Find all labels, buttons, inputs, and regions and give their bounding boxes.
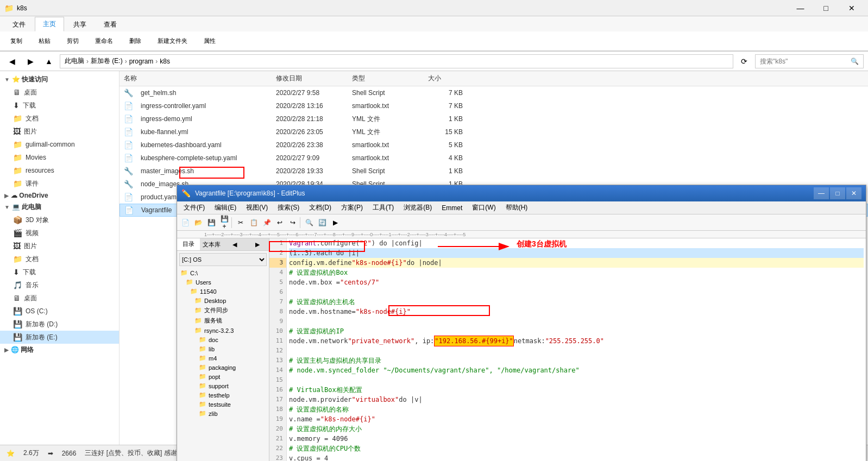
ep-tool-paste[interactable]: 📌 [261,217,273,229]
search-box[interactable]: 🔍 [755,54,864,68]
ep-tab-dir[interactable]: 目录 [177,238,200,250]
sidebar-item-documents[interactable]: 📁 文档 [0,112,119,125]
ep-tool-replace[interactable]: 🔄 [316,217,328,229]
code-line[interactable]: # 设置虚拟机的内存大小 [289,424,864,434]
sidebar-item-pic2[interactable]: 🖼 图片 [0,239,119,252]
ep-tool-copy[interactable]: 📋 [248,217,260,229]
sidebar-item-dl2[interactable]: ⬇ 下载 [0,266,119,279]
code-line[interactable]: # 设置虚拟机的CPU个数 [289,444,864,453]
ep-menu-edit[interactable]: 编辑(E) [210,202,241,213]
ep-maximize-btn[interactable]: □ [830,187,845,199]
tab-file[interactable]: 文件 [4,17,34,31]
ep-menu-plan[interactable]: 方案(P) [337,202,367,213]
col-header-size[interactable]: 大小 [424,72,467,85]
tab-share[interactable]: 共享 [65,17,95,31]
table-row[interactable]: 📄 kubernetes-dashboard.yaml 2020/2/26 23… [119,138,868,151]
ribbon-properties-btn[interactable]: 属性 [199,35,221,47]
ep-tree-m4[interactable]: 📁 m4 [177,353,269,363]
code-line[interactable]: v.cpus = 4 [289,453,864,461]
ep-tree-11540[interactable]: 📁 11540 [177,287,269,296]
ep-tree-rsync[interactable]: 📁 rsync-3.2.3 [177,326,269,335]
code-line[interactable]: # 设置主机与虚拟机的共享目录 [289,356,864,365]
code-line[interactable]: node.vm.hostname="k8s-node#{i}" [289,307,864,317]
ep-tab-toggle-left[interactable]: ◀ [223,238,246,250]
ribbon-new-folder-btn[interactable]: 新建文件夹 [153,35,192,47]
code-line[interactable]: node.vm.provider "virtualbox" do |v| [289,395,864,405]
code-line[interactable]: # 设置虚拟机的主机名 [289,297,864,307]
path-program[interactable]: program [129,58,154,65]
tab-view[interactable]: 查看 [96,17,125,31]
ep-tool-undo[interactable]: ↩ [274,217,286,229]
code-line[interactable]: # 设置虚拟机的IP [289,326,864,336]
ep-menu-tools[interactable]: 工具(T) [368,202,398,213]
refresh-button[interactable]: ⟳ [737,54,752,69]
ep-tool-find[interactable]: 🔍 [303,217,315,229]
sidebar-item-e[interactable]: 💾 新加卷 (E:) [0,331,119,344]
ribbon-cut-btn[interactable]: 剪切 [62,35,84,47]
ep-tree-desktop[interactable]: 📁 Desktop [177,296,269,305]
ep-menu-help[interactable]: 帮助(H) [501,202,532,213]
tab-home[interactable]: 主页 [35,17,64,31]
code-line[interactable]: (1..3).each do |i| [289,248,864,258]
minimize-button[interactable]: — [788,0,813,16]
sidebar-item-video[interactable]: 🎬 视频 [0,226,119,239]
ribbon-rename-btn[interactable]: 重命名 [90,35,118,47]
ep-tree-root[interactable]: 📁 C:\ [177,268,269,277]
ep-menu-browser[interactable]: 浏览器(B) [399,202,436,213]
path-drive[interactable]: 新加卷 (E:) [91,56,123,66]
path-computer[interactable]: 此电脑 [65,56,84,66]
ep-tree-popt[interactable]: 📁 popt [177,372,269,381]
col-header-type[interactable]: 类型 [348,72,424,85]
table-row[interactable]: 🔧 get_helm.sh 2020/2/27 9:58 Shell Scrip… [119,86,868,99]
code-line[interactable] [289,346,864,356]
table-row[interactable]: 📄 ingress-controller.yaml 2020/2/28 13:1… [119,99,868,112]
ep-tool-saveall[interactable]: 💾+ [218,217,230,229]
table-row[interactable]: 📄 kube-flannel.yml 2020/2/26 23:05 YML 文… [119,125,868,138]
ep-tree-support[interactable]: 📁 support [177,381,269,390]
ribbon-paste-btn[interactable]: 粘贴 [34,35,55,47]
back-button[interactable]: ◀ [4,54,20,69]
sidebar-item-desktop[interactable]: 🖥 桌面 [0,86,119,99]
code-line[interactable]: Vagrant.configure("2") do |config| [289,238,864,248]
forward-button[interactable]: ▶ [23,54,38,69]
ep-menu-view[interactable]: 视图(V) [242,202,272,213]
sidebar-item-movies[interactable]: 📁 Movies [0,151,119,164]
code-line[interactable] [289,317,864,326]
ep-tree-zlib[interactable]: 📁 zlib [177,409,269,418]
code-line[interactable] [289,287,864,297]
col-header-date[interactable]: 修改日期 [272,72,348,85]
search-input[interactable] [760,58,848,65]
ribbon-delete-btn[interactable]: 删除 [124,35,146,47]
table-row[interactable]: 📄 kubesphere-complete-setup.yaml 2020/2/… [119,151,868,165]
code-line[interactable]: # VirtualBox相关配置 [289,385,864,395]
sidebar-item-desktop2[interactable]: 🖥 桌面 [0,292,119,305]
sidebar-item-music[interactable]: 🎵 音乐 [0,279,119,292]
ep-tree-filesync[interactable]: 📁 文件同步 [177,305,269,315]
code-line[interactable]: # node.vm.synced_folder "~/Documents/vag… [289,365,864,375]
code-line[interactable] [289,375,864,385]
ep-menu-emmet[interactable]: Emmet [437,203,467,213]
ep-tool-redo[interactable]: ↪ [287,217,299,229]
sidebar-header-thispc[interactable]: ▼ 💻 此电脑 [0,201,119,213]
sidebar-header-onedrive[interactable]: ▶ ☁ OneDrive [0,190,119,201]
ep-tree-testhelp[interactable]: 📁 testhelp [177,390,269,400]
sidebar-item-3d[interactable]: 📦 3D 对象 [0,213,119,226]
code-line[interactable]: config.vm.define "k8s-node#{i}" do |node… [289,258,864,268]
ep-code[interactable]: Vagrant.configure("2") do |config| (1..3… [287,238,866,461]
code-line[interactable]: # 设置虚拟机的名称 [289,405,864,414]
address-path[interactable]: 此电脑 › 新加卷 (E:) › program › k8s [60,54,733,68]
ep-tool-open[interactable]: 📂 [192,217,204,229]
code-line[interactable]: # 设置虚拟机的Box [289,268,864,277]
sidebar-item-downloads[interactable]: ⬇ 下载 [0,99,119,112]
col-header-name[interactable]: 名称 [119,72,272,85]
maximize-button[interactable]: □ [814,0,838,16]
code-line[interactable]: node.vm.box = "centos/7" [289,277,864,287]
sidebar-item-c[interactable]: 💾 OS (C:) [0,305,119,318]
sidebar-header-quickaccess[interactable]: ▼ ⭐ 快速访问 [0,73,119,86]
sidebar-item-gulimall[interactable]: 📁 gulimall-common [0,138,119,151]
ep-tree-packaging[interactable]: 📁 packaging [177,363,269,372]
sidebar-item-kejian[interactable]: 📁 课件 [0,177,119,190]
sidebar-item-d[interactable]: 💾 新加卷 (D:) [0,318,119,331]
ep-tab-textlib[interactable]: 文本库 [200,238,223,250]
code-line[interactable]: v.memory = 4096 [289,434,864,444]
